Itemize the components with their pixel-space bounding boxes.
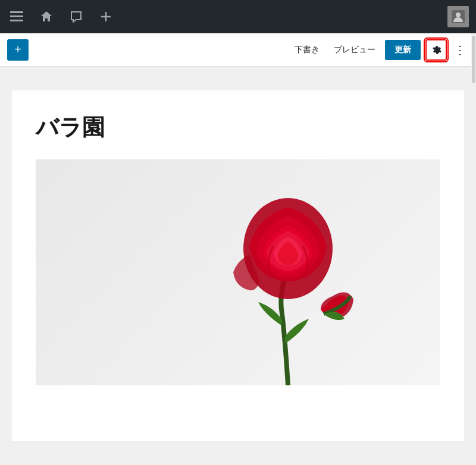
home-icon[interactable] <box>37 7 56 26</box>
editor-toolbar: + 下書き プレビュー 更新 ⋮ <box>0 33 476 67</box>
svg-rect-2 <box>10 20 23 21</box>
add-new-icon[interactable] <box>96 7 115 26</box>
admin-bar <box>0 0 476 33</box>
editor-content: バラ園 <box>0 67 476 465</box>
update-button[interactable]: 更新 <box>385 40 421 60</box>
scrollbar-thumb[interactable] <box>472 36 475 83</box>
svg-point-6 <box>456 12 461 17</box>
settings-button[interactable] <box>425 39 447 61</box>
add-block-button[interactable]: + <box>7 39 29 61</box>
rose-image-block[interactable] <box>36 159 440 385</box>
svg-rect-0 <box>10 11 23 13</box>
more-options-button[interactable]: ⋮ <box>452 43 469 57</box>
svg-rect-1 <box>10 15 23 17</box>
draft-button[interactable]: 下書き <box>290 41 324 59</box>
post-title[interactable]: バラ園 <box>36 114 440 142</box>
scrollbar[interactable] <box>471 33 476 465</box>
menu-icon[interactable] <box>7 7 26 26</box>
user-avatar[interactable] <box>447 6 469 27</box>
preview-button[interactable]: プレビュー <box>329 41 380 59</box>
editor-inner: バラ園 <box>12 90 464 441</box>
comment-icon[interactable] <box>67 7 86 26</box>
